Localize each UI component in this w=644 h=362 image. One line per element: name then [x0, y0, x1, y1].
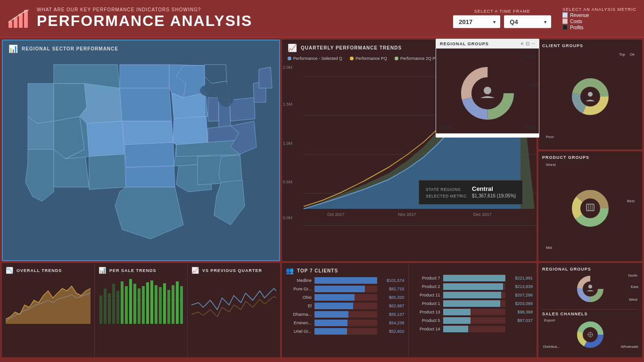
client-name-uriel: Uriel Gr... [286, 329, 312, 334]
rg-expand-icon[interactable]: ⊡ [526, 41, 529, 46]
product-bar-2 [443, 283, 503, 290]
product-row-5: Product 5 $97,037 [414, 317, 533, 324]
client-bar-bg-medline [314, 277, 377, 284]
client-value-el: $62,887 [380, 304, 405, 308]
metric-revenue[interactable]: Revenue [562, 13, 589, 18]
svg-marker-18 [122, 121, 173, 145]
metric-costs[interactable]: Costs [562, 19, 589, 24]
rg-overlay-header: REGIONAL GROUPS ≡ ⊡ ··· [436, 39, 539, 49]
product-name-7: Product 7 [414, 276, 440, 280]
tooltip-metric-row: SELECTED METRIC $1,367,616 (19.05%) [426, 193, 516, 198]
legend-dot-pq [350, 57, 354, 60]
svg-rect-3 [24, 10, 28, 28]
product-value-11: $207,296 [508, 293, 533, 297]
pg-label-best: Best [627, 199, 635, 203]
overall-trends-icon: 📉 [6, 267, 14, 274]
svg-rect-80 [142, 286, 145, 324]
legend-2q-prior: Performance 2Q Prior [395, 56, 442, 61]
client-groups-title: CLIENT GROUPS [542, 43, 638, 48]
product-row-14: Product 14 [414, 326, 533, 332]
client-row-uriel: Uriel Gr... $52,602 [286, 328, 405, 335]
tooltip-state-label: STATE REGIONS [426, 187, 468, 192]
client-row-ohio: Ohio $65,320 [286, 294, 405, 301]
cg-label-poor: Poor [546, 135, 554, 139]
legend-pq: Performance PQ [350, 56, 387, 61]
year-dropdown[interactable]: 201720162018 [453, 16, 500, 28]
svg-rect-71 [104, 288, 107, 324]
regional-sector-panel: 📊 REGIONAL SECTOR PERFORMANCE [2, 40, 280, 261]
quarter-dropdown-wrapper[interactable]: Q4Q1Q2Q3 [504, 16, 551, 28]
product-value-7: $221,991 [508, 276, 533, 280]
client-bar-bg-pure [314, 286, 377, 292]
product-value-2: $213,839 [508, 284, 533, 289]
regional-panel-title: REGIONAL SECTOR PERFORMANCE [22, 46, 118, 51]
svg-marker-19 [124, 142, 174, 167]
overall-trends-section: 📉 OVERALL TRENDS [2, 263, 95, 357]
product-bar-11 [443, 292, 501, 298]
legend-label-selected: Performance - Selected Q [293, 56, 342, 61]
svg-rect-83 [155, 285, 157, 324]
us-map [3, 55, 279, 258]
svg-marker-15 [89, 154, 126, 189]
product-row-1: Product 1 $203,089 [414, 300, 533, 307]
product-bar-bg-14 [443, 326, 506, 332]
tooltip-state-row: STATE REGIONS Central [426, 185, 516, 192]
svg-rect-78 [133, 284, 136, 324]
svg-marker-13 [87, 121, 124, 156]
rg-menu-icon[interactable]: ≡ [521, 41, 524, 46]
svg-point-94 [588, 285, 592, 288]
quarter-dropdown[interactable]: Q4Q1Q2Q3 [504, 16, 551, 28]
client-value-eminen: $54,239 [380, 321, 405, 325]
svg-rect-2 [19, 14, 23, 28]
vs-prev-quarter-title: 📈 VS PREVIOUS QUARTER [191, 267, 276, 274]
time-frame-block: SELECT A TIME FRAME 201720162018 Q4Q1Q2Q… [453, 9, 551, 28]
client-bar-bg-eminen [314, 320, 377, 326]
svg-rect-86 [167, 290, 170, 324]
quarterly-title: QUARTERLY PERFORMANCE TRENDS [301, 45, 402, 50]
svg-rect-74 [116, 291, 119, 324]
client-name-medline: Medline [286, 278, 312, 283]
metric-profits[interactable]: Profits [562, 25, 589, 30]
sc-distribut: Distribut... [543, 345, 560, 349]
client-bar-uriel [314, 328, 347, 335]
per-sale-icon: 📊 [99, 267, 107, 274]
product-row-7: Product 7 $221,991 [414, 275, 533, 281]
product-bar-bg-11 [443, 292, 506, 298]
product-bar-bg-2 [443, 283, 506, 290]
svg-text:Dec 2017: Dec 2017 [473, 212, 492, 217]
svg-rect-84 [159, 287, 162, 324]
product-groups-title: PRODUCT GROUPS [542, 155, 638, 160]
sales-channels-section: SALES CHANNELS Export Distribut... Whole… [542, 309, 638, 354]
svg-rect-79 [138, 288, 140, 324]
time-frame-label: SELECT A TIME FRAME [474, 9, 530, 14]
metric-box-costs [562, 19, 568, 24]
client-bar-pure [314, 286, 365, 292]
cg-label-ok: Ok [630, 52, 635, 57]
client-bar-ohio [314, 294, 355, 301]
metric-options: Revenue Costs Profits [562, 13, 589, 30]
client-value-medline: $101,574 [380, 278, 405, 283]
svg-marker-39 [230, 98, 255, 121]
svg-rect-82 [150, 280, 153, 324]
svg-rect-1 [14, 17, 17, 28]
product-bar-bg-1 [443, 300, 506, 307]
client-row-el: El $62,887 [286, 303, 405, 309]
top-clients-panel: 👥 TOP 7 CLIENTS Medline $101,574 Pure Gr… [282, 263, 409, 357]
product-groups-panel: PRODUCT GROUPS Worst Best Mid [538, 151, 642, 261]
rg-more-icon[interactable]: ··· [531, 41, 535, 46]
regional-groups-donut [569, 271, 611, 304]
time-frame-selects: 201720162018 Q4Q1Q2Q3 [453, 16, 551, 28]
svg-marker-23 [172, 93, 206, 119]
year-dropdown-wrapper[interactable]: 201720162018 [453, 16, 500, 28]
header-subtitle: WHAT ARE OUR KEY PERFORMANCE INDICATORS … [37, 7, 252, 12]
client-name-el: El [286, 304, 312, 308]
svg-rect-88 [176, 281, 179, 324]
client-name-ohio: Ohio [286, 295, 312, 300]
per-sale-chart [99, 277, 183, 354]
cg-label-top: Top [619, 52, 625, 57]
client-row-dharma: Dharma... $55,137 [286, 311, 405, 318]
svg-marker-41 [259, 67, 272, 88]
tooltip-metric-label: SELECTED METRIC [426, 194, 468, 198]
rg-overlay-chart: North East West South [436, 49, 539, 133]
product-value-1: $203,089 [508, 301, 533, 306]
